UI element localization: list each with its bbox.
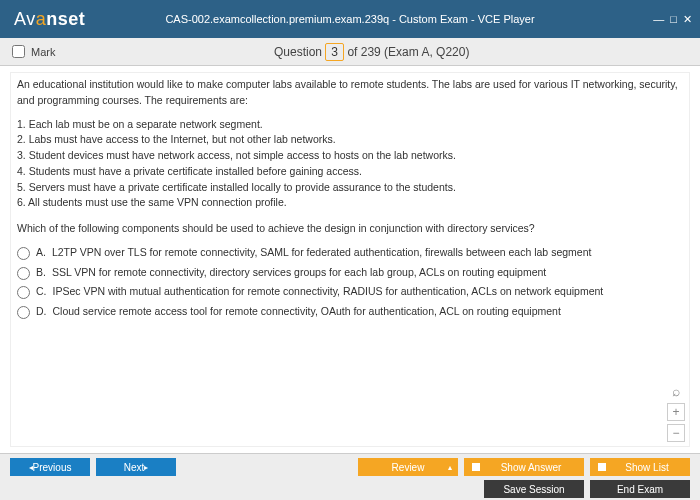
option-c-radio[interactable] [17,286,30,299]
option-d-letter: D. [36,304,47,320]
save-session-button[interactable]: Save Session [484,480,584,498]
requirement-2: 2. Labs must have access to the Internet… [17,132,683,148]
option-a-radio[interactable] [17,247,30,260]
question-number: 3 [325,43,344,61]
review-button[interactable]: Review [358,458,458,476]
option-c-letter: C. [36,284,47,300]
requirement-3: 3. Student devices must have network acc… [17,148,683,164]
end-exam-button[interactable]: End Exam [590,480,690,498]
option-d-text: Cloud service remote access tool for rem… [53,304,684,320]
requirement-6: 6. All students must use the same VPN co… [17,195,683,211]
mark-checkbox[interactable] [12,45,25,58]
logo-pre: Av [14,9,36,29]
requirement-4: 4. Students must have a private certific… [17,164,683,180]
next-button[interactable]: Next [96,458,176,476]
bottombar: Previous Next Review Show Answer Show Li… [0,454,700,500]
question-panel: An educational institution would like to… [10,72,690,447]
content-area: An educational institution would like to… [0,66,700,454]
bottombar-row-2: Save Session End Exam [10,480,690,498]
option-b-text: SSL VPN for remote connectivity, directo… [52,265,683,281]
infobar: Mark Question 3 of 239 (Exam A, Q220) [0,38,700,66]
maximize-icon[interactable]: □ [670,13,677,26]
previous-button[interactable]: Previous [10,458,90,476]
show-answer-button[interactable]: Show Answer [464,458,584,476]
question-prompt: Which of the following components should… [17,221,683,237]
option-d: D. Cloud service remote access tool for … [17,304,683,320]
question-pre: Question [274,45,322,59]
question-intro: An educational institution would like to… [17,77,683,109]
option-b: B. SSL VPN for remote connectivity, dire… [17,265,683,281]
option-a: A. L2TP VPN over TLS for remote connecti… [17,245,683,261]
zoom-out-button[interactable]: − [667,424,685,442]
window-controls: — □ ✕ [653,13,700,26]
option-c: C. IPSec VPN with mutual authentication … [17,284,683,300]
window-title: CAS-002.examcollection.premium.exam.239q… [0,13,700,25]
mark-label: Mark [31,46,55,58]
requirement-1: 1. Each lab must be on a separate networ… [17,117,683,133]
logo-post: nset [46,9,85,29]
show-list-button[interactable]: Show List [590,458,690,476]
minimize-icon[interactable]: — [653,13,664,26]
zoom-controls: ⌕ + − [667,382,685,442]
requirement-5: 5. Servers must have a private certifica… [17,180,683,196]
option-c-text: IPSec VPN with mutual authentication for… [53,284,684,300]
magnify-icon[interactable]: ⌕ [667,382,685,400]
app-logo: Avanset [0,9,85,30]
option-a-text: L2TP VPN over TLS for remote connectivit… [52,245,683,261]
question-post: of 239 (Exam A, Q220) [347,45,469,59]
close-icon[interactable]: ✕ [683,13,692,26]
bottombar-row-1: Previous Next Review Show Answer Show Li… [10,458,690,476]
zoom-in-button[interactable]: + [667,403,685,421]
logo-accent: a [36,9,47,29]
option-b-radio[interactable] [17,267,30,280]
option-d-radio[interactable] [17,306,30,319]
titlebar: Avanset CAS-002.examcollection.premium.e… [0,0,700,38]
question-indicator: Question 3 of 239 (Exam A, Q220) [55,45,688,59]
option-b-letter: B. [36,265,46,281]
option-a-letter: A. [36,245,46,261]
